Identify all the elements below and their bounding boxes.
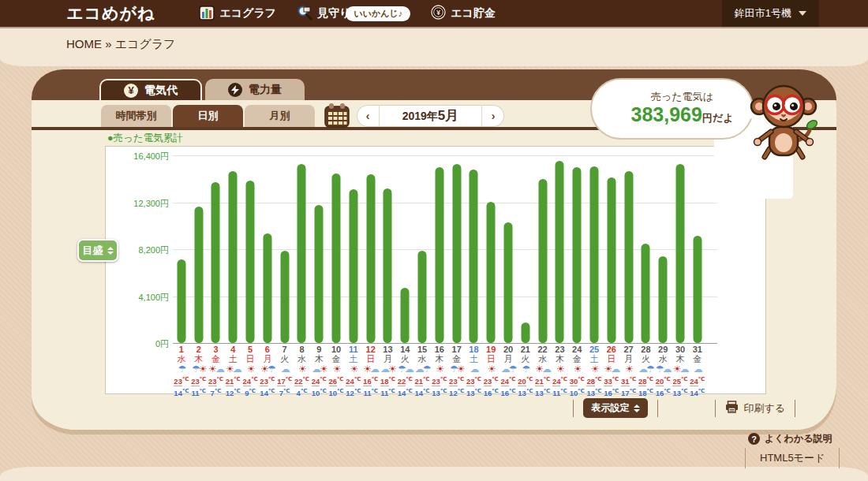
bar-day-21[interactable]: [521, 323, 529, 343]
bar-day-10[interactable]: [332, 173, 341, 343]
bar-day-27[interactable]: [624, 171, 633, 343]
bar-day-31[interactable]: [693, 236, 702, 343]
sun-icon: ☀: [226, 364, 233, 375]
bar-day-26[interactable]: [607, 177, 615, 343]
nav-item-ecograph[interactable]: エコグラフ: [199, 5, 276, 23]
divider: [715, 400, 716, 417]
display-settings-button[interactable]: 表示設定: [583, 398, 648, 418]
low-temp: 14℃: [684, 386, 711, 397]
bar-day-17[interactable]: [452, 164, 461, 343]
lightning-icon: [228, 83, 242, 97]
bar-day-30[interactable]: [676, 164, 685, 343]
bar-day-24[interactable]: [573, 167, 582, 343]
printer-icon: [725, 401, 739, 416]
period-subtabs: 時間帯別 日別 月別: [101, 105, 315, 127]
cloud-icon: ☁: [470, 364, 477, 375]
main-panel: ¥ 電気代 電力量 時間帯別 日別 月別 ‹ 2019年5月 ›: [32, 69, 836, 430]
bar-day-18[interactable]: [470, 170, 478, 343]
bar-day-3[interactable]: [211, 182, 220, 343]
sun-icon: ☀: [436, 364, 443, 375]
nav-item-ecochokin[interactable]: ¥ エコ貯金: [431, 5, 496, 22]
cloud-icon: ☁: [694, 364, 702, 375]
bar-day-1[interactable]: [177, 259, 185, 343]
nav-item-mimamori[interactable]: 見守り いいかんじ♪: [297, 5, 410, 23]
bar-day-22[interactable]: [538, 179, 547, 343]
rain-icon: ☂: [450, 364, 457, 375]
bar-day-23[interactable]: [556, 161, 564, 343]
tab-electricity-cost[interactable]: ¥ 電気代: [99, 79, 202, 100]
yen-coin-icon: ¥: [124, 84, 138, 98]
tab-label: 電気代: [144, 84, 178, 98]
y-tick-label: 0円: [106, 338, 169, 350]
bar-day-15[interactable]: [418, 251, 427, 344]
sun-icon: ☀: [591, 364, 598, 375]
chart-day-column: 31金☁24℃14℃: [689, 147, 706, 395]
subtab-by-month[interactable]: 月別: [245, 105, 315, 127]
cloud-icon: ☁: [281, 364, 289, 375]
sun-icon: ☀: [625, 364, 632, 375]
sun-icon: ☀: [247, 364, 254, 375]
breadcrumb-home[interactable]: HOME: [66, 37, 102, 50]
sun-icon: ☀: [488, 364, 495, 375]
breadcrumb: HOME » エコグラフ: [66, 37, 175, 52]
sun-icon: ☀: [260, 364, 268, 375]
weekday-label: 金: [684, 354, 711, 364]
updown-icon: [107, 247, 114, 255]
nav-label: エコ貯金: [451, 6, 496, 21]
bar-day-19[interactable]: [487, 202, 496, 343]
subtab-by-day[interactable]: 日別: [173, 105, 243, 127]
help-label: よくわかる説明: [765, 432, 832, 446]
prev-month-button[interactable]: ‹: [357, 110, 379, 122]
cloud-icon: ☁: [501, 364, 509, 375]
main-nav: エコグラフ 見守り いいかんじ♪ ¥ エコ貯金: [199, 5, 495, 23]
html5-mode-button[interactable]: HTML5モード: [745, 448, 840, 468]
help-link[interactable]: ? よくわかる説明: [748, 432, 832, 446]
display-settings-label: 表示設定: [591, 401, 629, 415]
date-navigator: ‹ 2019年5月 ›: [357, 105, 504, 127]
bar-day-2[interactable]: [194, 207, 203, 343]
app-logo: エコめがね: [66, 2, 155, 24]
bar-day-29[interactable]: [659, 256, 668, 343]
bar-day-6[interactable]: [263, 233, 271, 343]
print-button[interactable]: 印刷する: [725, 401, 785, 416]
paper-strip-bottom: [0, 467, 868, 481]
bar-day-13[interactable]: [383, 188, 392, 343]
sun-icon: ☀: [208, 364, 215, 375]
monkey-mascot: [746, 80, 821, 168]
next-month-button[interactable]: ›: [482, 110, 504, 122]
bar-day-20[interactable]: [504, 222, 513, 343]
print-label: 印刷する: [743, 401, 785, 416]
bar-chart-icon: [199, 5, 215, 23]
sun-icon: ☀: [350, 364, 357, 375]
rain-icon: ☂: [656, 364, 663, 375]
sold-amount-suffix: 円だよ: [702, 112, 734, 124]
rain-icon: ☂: [398, 364, 405, 375]
calendar-icon[interactable]: [324, 102, 350, 129]
x-axis-label: 31金☁24℃14℃: [684, 345, 711, 397]
sun-icon: ☀: [333, 364, 340, 375]
bar-day-14[interactable]: [401, 288, 410, 343]
bar-day-28[interactable]: [642, 244, 650, 343]
bar-day-25[interactable]: [590, 166, 599, 343]
subtab-by-timezone[interactable]: 時間帯別: [101, 105, 171, 127]
svg-text:¥: ¥: [436, 9, 440, 17]
scale-button[interactable]: 目盛: [77, 239, 118, 262]
bar-day-16[interactable]: [435, 167, 443, 343]
bar-day-4[interactable]: [229, 171, 238, 343]
device-selector[interactable]: 鉾田市1号機: [722, 0, 819, 27]
sun-icon: ☀: [574, 364, 581, 375]
bar-day-8[interactable]: [297, 164, 306, 343]
y-tick-label: 12,300円: [106, 198, 169, 210]
day-number: 31: [684, 345, 711, 354]
bar-day-7[interactable]: [280, 251, 289, 344]
updown-icon: [634, 405, 640, 412]
sun-icon: ☀: [298, 364, 305, 375]
sun-icon: ☀: [363, 364, 370, 375]
bar-day-12[interactable]: [366, 174, 375, 343]
bar-day-5[interactable]: [246, 181, 255, 343]
bar-day-9[interactable]: [315, 205, 324, 343]
speech-bubble: 売った電気は 383,969円だよ: [590, 78, 754, 140]
tab-power-amount[interactable]: 電力量: [205, 79, 305, 100]
cloud-icon: ☁: [638, 364, 646, 375]
bar-day-11[interactable]: [349, 189, 357, 343]
